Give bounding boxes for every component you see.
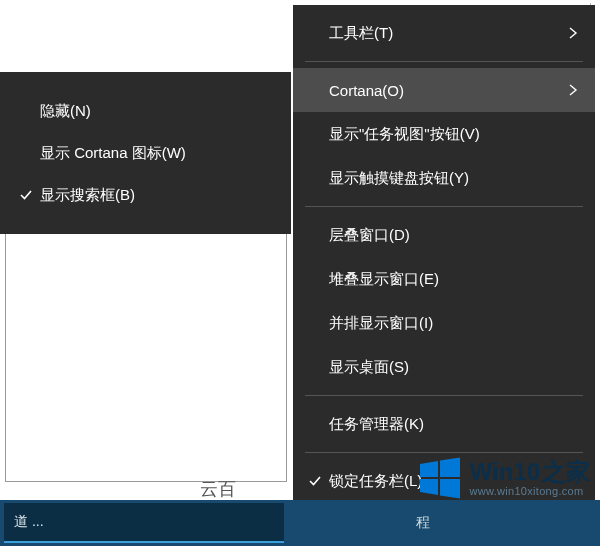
menu-label: 显示触摸键盘按钮(Y) xyxy=(327,169,565,188)
menu-item-show-touch-keyboard[interactable]: 显示触摸键盘按钮(Y) xyxy=(293,156,595,200)
submenu-arrow-icon xyxy=(565,84,581,96)
svg-marker-0 xyxy=(420,461,438,477)
menu-label: 显示"任务视图"按钮(V) xyxy=(327,125,565,144)
menu-item-stack-windows[interactable]: 堆叠显示窗口(E) xyxy=(293,257,595,301)
menu-label: 显示桌面(S) xyxy=(327,358,565,377)
menu-item-show-desktop[interactable]: 显示桌面(S) xyxy=(293,345,595,389)
menu-separator xyxy=(305,61,583,62)
watermark-title: Win10之家 xyxy=(470,460,590,484)
taskbar-truncated-text: 程 xyxy=(416,514,430,532)
windows-logo-icon xyxy=(418,456,462,500)
taskbar-search-box[interactable]: 道 ... xyxy=(4,503,284,543)
menu-item-side-by-side-windows[interactable]: 并排显示窗口(I) xyxy=(293,301,595,345)
background-panel xyxy=(5,220,287,482)
svg-marker-1 xyxy=(440,458,460,478)
menu-item-task-manager[interactable]: 任务管理器(K) xyxy=(293,402,595,446)
submenu-arrow-icon xyxy=(565,27,581,39)
checkmark-icon xyxy=(303,474,327,488)
menu-label: 隐藏(N) xyxy=(38,102,273,121)
menu-item-cortana[interactable]: Cortana(O) xyxy=(293,68,595,112)
menu-label: 工具栏(T) xyxy=(327,24,565,43)
menu-label: 任务管理器(K) xyxy=(327,415,565,434)
menu-label: 显示搜索框(B) xyxy=(38,186,273,205)
menu-label: 显示 Cortana 图标(W) xyxy=(38,144,273,163)
submenu-item-show-search-box[interactable]: 显示搜索框(B) xyxy=(0,174,291,216)
menu-separator xyxy=(305,395,583,396)
submenu-item-hide[interactable]: 隐藏(N) xyxy=(0,90,291,132)
svg-marker-3 xyxy=(440,479,460,499)
background-truncated-text: 云百 xyxy=(200,477,236,501)
menu-separator xyxy=(305,206,583,207)
menu-item-toolbars[interactable]: 工具栏(T) xyxy=(293,11,595,55)
cortana-submenu: 隐藏(N) 显示 Cortana 图标(W) 显示搜索框(B) xyxy=(0,72,291,234)
menu-item-show-task-view[interactable]: 显示"任务视图"按钮(V) xyxy=(293,112,595,156)
menu-label: 堆叠显示窗口(E) xyxy=(327,270,565,289)
watermark-url: www.win10xitong.com xyxy=(470,486,590,497)
watermark-brand: Win10 xyxy=(470,460,540,484)
watermark: Win10之家 www.win10xitong.com xyxy=(418,456,590,500)
submenu-item-show-cortana-icon[interactable]: 显示 Cortana 图标(W) xyxy=(0,132,291,174)
menu-item-cascade-windows[interactable]: 层叠窗口(D) xyxy=(293,213,595,257)
taskbar[interactable]: 道 ... 程 xyxy=(0,500,600,546)
search-text: 道 ... xyxy=(14,513,44,531)
menu-separator xyxy=(305,452,583,453)
menu-label: Cortana(O) xyxy=(327,82,565,99)
checkmark-icon xyxy=(14,188,38,202)
svg-marker-2 xyxy=(420,479,438,495)
menu-label: 并排显示窗口(I) xyxy=(327,314,565,333)
watermark-suffix: 之家 xyxy=(542,460,590,484)
menu-label: 层叠窗口(D) xyxy=(327,226,565,245)
